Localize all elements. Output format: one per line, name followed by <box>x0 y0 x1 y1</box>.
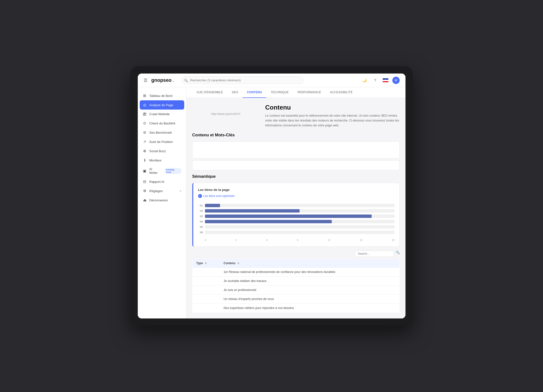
tab-vue-ensemble[interactable]: VUE D'ENSEMBLE <box>192 87 228 98</box>
titres-chart-title: Les titres de la page <box>198 188 395 192</box>
reglages-arrow-icon: ▾ <box>180 189 181 193</box>
semantique-section: Sémantique Les titres de la page i Les t… <box>192 174 400 313</box>
cell-type-1 <box>192 277 220 286</box>
menu-icon[interactable]: ☰ <box>144 78 147 83</box>
help-icon[interactable]: ? <box>372 77 379 84</box>
semantique-title: Sémantique <box>192 174 400 179</box>
mots-cles-chart-placeholder <box>192 141 400 159</box>
bar-row-h3: h3 <box>198 215 395 218</box>
check-du-backlink-icon: ⊙ <box>143 121 147 125</box>
search-icon: 🔍 <box>184 78 188 82</box>
device-frame: ☰ gnopseo. 🔍 🌙 ? U ⊞ Tableau de Bord <box>130 66 413 326</box>
sidebar-item-reglages[interactable]: ⚙ Réglages ▾ <box>138 186 186 196</box>
cell-content-2: Je suis un professionnel <box>220 286 399 295</box>
bar-track-h5 <box>205 225 395 229</box>
sidebar-label-reglages: Réglages <box>149 189 163 193</box>
topbar-right: 🌙 ? U <box>361 77 400 84</box>
cell-type-0 <box>192 268 220 277</box>
cell-type-2 <box>192 286 220 295</box>
language-flag-icon[interactable] <box>383 78 388 82</box>
sidebar-item-suivi-de-position[interactable]: ↗ Suivi de Position <box>138 137 186 146</box>
table-row: 1er Réseau national de professionnels de… <box>192 268 399 277</box>
main-layout: ⊞ Tableau de Bord ◎ Analyse de Page 🕸 Cr… <box>138 87 405 318</box>
table-row: Je suis un professionnel <box>192 286 399 295</box>
tab-accessibilite[interactable]: ACCESSIBILITÉ <box>325 87 357 98</box>
avatar[interactable]: U <box>392 77 400 84</box>
sort-icon-contenu: ⇅ <box>237 262 239 265</box>
sidebar: ⊞ Tableau de Bord ◎ Analyse de Page 🕸 Cr… <box>138 87 186 318</box>
optimized-notice: i Les titres sont optimisés <box>198 194 395 198</box>
content-inner: http://www.synorciel.fr/ Contenu Le cont… <box>186 98 405 318</box>
tab-seo[interactable]: SEO <box>227 87 242 98</box>
section-title: Contenu <box>265 104 400 111</box>
cell-type-3 <box>192 295 220 304</box>
sidebar-label-suivi-de-position: Suivi de Position <box>149 140 173 144</box>
bar-row-h6: h6 <box>198 231 395 234</box>
col-contenu[interactable]: Contenu ⇅ <box>220 259 399 268</box>
bar-row-h4: h4 <box>198 220 395 223</box>
logo-text: gnopseo <box>151 77 172 83</box>
social-buzz-icon: ⊕ <box>143 149 147 153</box>
bar-fill-h4 <box>205 220 332 223</box>
section-description: Le contenu est essentiel pour le référen… <box>265 113 400 128</box>
deconnexion-icon: ⏏ <box>143 198 147 202</box>
bar-track-h4 <box>205 220 395 223</box>
sort-icon-type: ⇅ <box>205 262 207 265</box>
coming-soon-badge: Coming soon <box>165 168 181 174</box>
bar-label-h5: h5 <box>198 225 203 228</box>
headings-bar-chart: h1 h2 h3 h4 h5 h6 <box>198 202 395 238</box>
sidebar-label-seo-benchmark: Seo Benchmark <box>149 131 172 134</box>
sidebar-item-social-buzz[interactable]: ⊕ Social Buzz <box>138 146 186 156</box>
tabs-bar: VUE D'ENSEMBLE SEO CONTENU TECHNIQUE PER… <box>186 87 405 98</box>
topbar: ☰ gnopseo. 🔍 🌙 ? U <box>138 74 405 87</box>
tab-contenu[interactable]: CONTENU <box>243 87 267 98</box>
moniteur-icon: ℹ <box>143 158 147 162</box>
sidebar-label-ai-writer: AI Writer <box>149 167 161 175</box>
table-row: Un réseau d'experts proches de vous <box>192 295 399 304</box>
search-input[interactable] <box>182 76 303 84</box>
table-search-area: 🔍 <box>192 251 400 257</box>
sidebar-item-rapport-ai[interactable]: ⊟ Rapport AI <box>138 177 186 186</box>
bar-fill-h1 <box>205 204 220 207</box>
tab-performance[interactable]: PERFORMANCE <box>293 87 325 98</box>
table-row: Nos expertises métiers pour répondre à v… <box>192 304 399 313</box>
bar-row-h1: h1 <box>198 204 395 207</box>
content-area: VUE D'ENSEMBLE SEO CONTENU TECHNIQUE PER… <box>186 87 405 318</box>
seo-benchmark-icon: ⊘ <box>143 130 147 135</box>
sidebar-label-check-du-backlink: Check du Backlink <box>149 121 175 125</box>
dark-mode-icon[interactable]: 🌙 <box>361 77 368 84</box>
optimized-notice-text: Les titres sont optimisés <box>203 194 235 198</box>
bar-fill-h2 <box>205 209 300 213</box>
sidebar-item-deconnexion[interactable]: ⏏ Déconnexion <box>138 196 186 205</box>
cell-type-4 <box>192 304 220 313</box>
bar-track-h2 <box>205 209 395 213</box>
bar-track-h6 <box>205 231 395 234</box>
bar-label-h3: h3 <box>198 215 203 218</box>
bar-label-h4: h4 <box>198 220 203 223</box>
table-search-input[interactable] <box>355 251 394 257</box>
bar-label-h2: h2 <box>198 209 203 212</box>
mots-cles-title: Contenu et Mots-Clés <box>192 133 400 138</box>
bar-label-h6: h6 <box>198 231 203 234</box>
sidebar-item-tableau-de-bord[interactable]: ⊞ Tableau de Bord <box>138 91 186 100</box>
mots-cles-chart-placeholder-2 <box>192 160 400 170</box>
tableau-de-bord-icon: ⊞ <box>143 93 147 98</box>
bar-row-h2: h2 <box>198 209 395 213</box>
sidebar-item-seo-benchmark[interactable]: ⊘ Seo Benchmark <box>138 128 186 137</box>
sidebar-item-crawl-website[interactable]: 🕸 Crawl Website <box>138 110 186 119</box>
logo: gnopseo. <box>151 77 174 83</box>
sidebar-item-check-du-backlink[interactable]: ⊙ Check du Backlink <box>138 119 186 128</box>
info-icon: i <box>198 194 202 198</box>
bar-label-h1: h1 <box>198 204 203 207</box>
bar-axis: 0 3 6 9 12 15 18 <box>198 239 395 242</box>
sidebar-item-ai-writer[interactable]: ▣ AI Writer Coming soon <box>138 165 186 177</box>
bar-fill-h3 <box>205 215 372 218</box>
sidebar-label-deconnexion: Déconnexion <box>149 198 168 202</box>
col-type[interactable]: Type ⇅ <box>192 259 220 268</box>
tab-technique[interactable]: TECHNIQUE <box>266 87 293 98</box>
ai-writer-icon: ▣ <box>143 169 147 173</box>
sidebar-item-analyse-de-page[interactable]: ◎ Analyse de Page <box>140 100 184 110</box>
sidebar-item-moniteur[interactable]: ℹ Moniteur <box>138 156 186 165</box>
sidebar-label-analyse-de-page: Analyse de Page <box>149 103 173 107</box>
rapport-ai-icon: ⊟ <box>143 179 147 184</box>
